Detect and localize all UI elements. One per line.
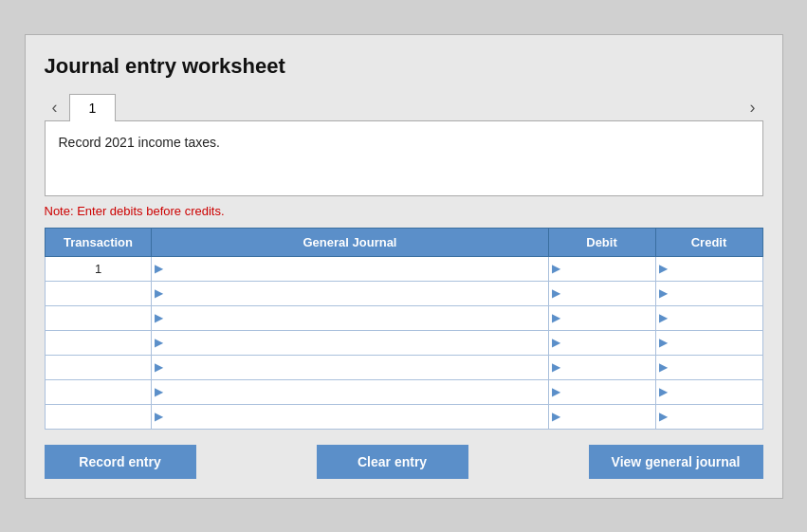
- journal-input[interactable]: [165, 331, 547, 355]
- credit-cell[interactable]: ▶: [655, 404, 762, 429]
- journal-input[interactable]: [165, 405, 547, 429]
- journal-table: Transaction General Journal Debit Credit…: [45, 228, 763, 430]
- debit-cell[interactable]: ▶: [548, 281, 655, 305]
- cell-arrow-icon: ▶: [549, 311, 562, 324]
- credit-cell[interactable]: ▶: [655, 330, 762, 355]
- cell-arrow-icon: ▶: [656, 286, 669, 300]
- worksheet-container: Journal entry worksheet ‹ 1 › Record 202…: [25, 34, 783, 499]
- credit-input[interactable]: [669, 331, 762, 355]
- cell-arrow-icon: ▶: [549, 336, 562, 349]
- table-row: ▶▶▶: [45, 379, 762, 404]
- credit-cell[interactable]: ▶: [655, 355, 762, 379]
- credit-cell[interactable]: ▶: [655, 305, 762, 330]
- tab-nav: ‹ 1 ›: [45, 94, 763, 121]
- journal-input[interactable]: [165, 306, 547, 330]
- credit-input[interactable]: [669, 306, 762, 330]
- table-row: 1▶▶▶: [45, 256, 762, 281]
- debit-cell[interactable]: ▶: [548, 379, 655, 404]
- journal-cell[interactable]: ▶: [152, 404, 548, 429]
- journal-cell[interactable]: ▶: [152, 281, 548, 305]
- debit-input[interactable]: [562, 306, 655, 330]
- prev-arrow[interactable]: ‹: [45, 94, 65, 121]
- transaction-cell: [45, 379, 152, 404]
- debit-cell[interactable]: ▶: [548, 256, 655, 281]
- table-row: ▶▶▶: [45, 355, 762, 379]
- tab-1[interactable]: 1: [69, 94, 117, 121]
- cell-arrow-icon: ▶: [549, 360, 562, 374]
- description-box: Record 2021 income taxes.: [45, 120, 763, 196]
- clear-entry-button[interactable]: Clear entry: [317, 445, 468, 479]
- journal-cell[interactable]: ▶: [152, 379, 548, 404]
- journal-cell[interactable]: ▶: [152, 256, 548, 281]
- transaction-cell: 1: [45, 256, 152, 281]
- cell-arrow-icon: ▶: [656, 385, 669, 398]
- cell-arrow-icon: ▶: [549, 262, 562, 275]
- cell-arrow-icon: ▶: [152, 336, 165, 349]
- credit-input[interactable]: [669, 257, 762, 281]
- transaction-cell: [45, 355, 152, 379]
- journal-cell[interactable]: ▶: [152, 305, 548, 330]
- debit-cell[interactable]: ▶: [548, 305, 655, 330]
- cell-arrow-icon: ▶: [656, 410, 669, 423]
- transaction-cell: [45, 281, 152, 305]
- cell-arrow-icon: ▶: [549, 385, 562, 398]
- debit-input[interactable]: [562, 405, 655, 429]
- transaction-cell: [45, 330, 152, 355]
- cell-arrow-icon: ▶: [549, 410, 562, 423]
- cell-arrow-icon: ▶: [656, 262, 669, 275]
- debit-cell[interactable]: ▶: [548, 404, 655, 429]
- table-row: ▶▶▶: [45, 305, 762, 330]
- page-title: Journal entry worksheet: [45, 54, 763, 79]
- cell-arrow-icon: ▶: [152, 385, 165, 398]
- cell-arrow-icon: ▶: [656, 360, 669, 374]
- cell-arrow-icon: ▶: [656, 311, 669, 324]
- view-general-journal-button[interactable]: View general journal: [589, 445, 763, 479]
- journal-input[interactable]: [165, 257, 547, 281]
- debit-input[interactable]: [562, 282, 655, 305]
- cell-arrow-icon: ▶: [656, 336, 669, 349]
- journal-input[interactable]: [165, 356, 547, 379]
- cell-arrow-icon: ▶: [152, 360, 165, 374]
- cell-arrow-icon: ▶: [152, 286, 165, 300]
- journal-cell[interactable]: ▶: [152, 330, 548, 355]
- cell-arrow-icon: ▶: [152, 311, 165, 324]
- buttons-row: Record entry Clear entry View general jo…: [45, 445, 763, 479]
- transaction-cell: [45, 305, 152, 330]
- credit-cell[interactable]: ▶: [655, 281, 762, 305]
- credit-input[interactable]: [669, 405, 762, 429]
- credit-input[interactable]: [669, 282, 762, 305]
- debit-cell[interactable]: ▶: [548, 330, 655, 355]
- credit-cell[interactable]: ▶: [655, 379, 762, 404]
- header-debit: Debit: [548, 228, 655, 256]
- debit-input[interactable]: [562, 331, 655, 355]
- header-credit: Credit: [655, 228, 762, 256]
- debit-input[interactable]: [562, 356, 655, 379]
- credit-input[interactable]: [669, 356, 762, 379]
- cell-arrow-icon: ▶: [152, 410, 165, 423]
- note-text: Note: Enter debits before credits.: [45, 204, 763, 218]
- journal-input[interactable]: [165, 282, 547, 305]
- record-entry-button[interactable]: Record entry: [45, 445, 196, 479]
- cell-arrow-icon: ▶: [152, 262, 165, 275]
- cell-arrow-icon: ▶: [549, 286, 562, 300]
- journal-input[interactable]: [165, 380, 547, 404]
- table-row: ▶▶▶: [45, 404, 762, 429]
- credit-input[interactable]: [669, 380, 762, 404]
- table-row: ▶▶▶: [45, 281, 762, 305]
- table-row: ▶▶▶: [45, 330, 762, 355]
- debit-input[interactable]: [562, 380, 655, 404]
- header-transaction: Transaction: [45, 228, 152, 256]
- credit-cell[interactable]: ▶: [655, 256, 762, 281]
- journal-cell[interactable]: ▶: [152, 355, 548, 379]
- next-arrow[interactable]: ›: [743, 94, 763, 121]
- description-text: Record 2021 income taxes.: [59, 135, 220, 150]
- transaction-cell: [45, 404, 152, 429]
- debit-input[interactable]: [562, 257, 655, 281]
- header-journal: General Journal: [152, 228, 548, 256]
- debit-cell[interactable]: ▶: [548, 355, 655, 379]
